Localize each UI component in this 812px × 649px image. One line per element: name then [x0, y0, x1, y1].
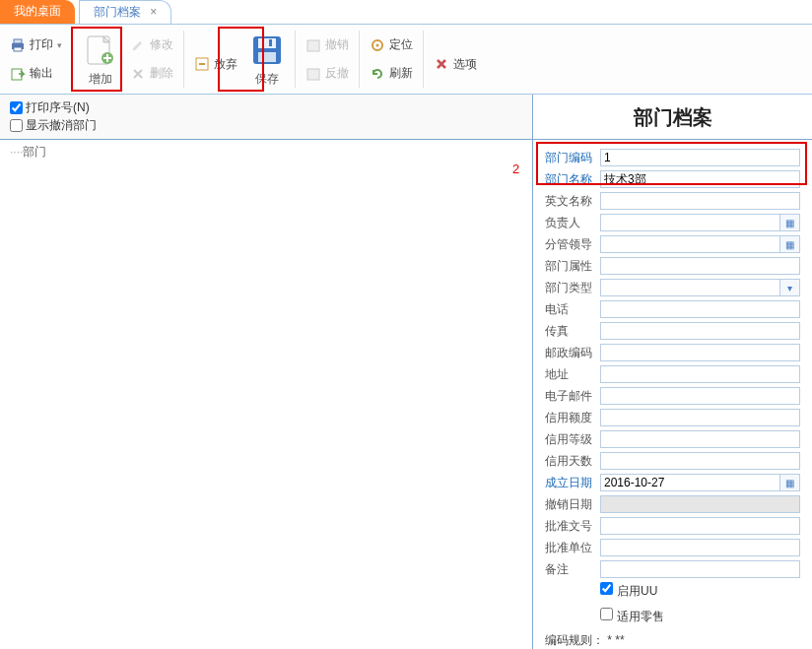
dropdown-type[interactable]: ▾: [780, 279, 800, 296]
input-head[interactable]: [600, 214, 780, 231]
export-icon: [10, 66, 26, 82]
output-button[interactable]: 输出: [10, 65, 62, 82]
dept-form: 部门编码 部门名称 英文名称 负责人▦ 分管领导▦ 部门属性 部门类型▾ 电话 …: [533, 140, 812, 649]
label-head: 负责人: [545, 215, 600, 231]
rule-value: * **: [607, 633, 624, 647]
label-enname: 英文名称: [545, 193, 600, 210]
svg-rect-12: [307, 69, 319, 80]
label-code: 部门编码: [545, 150, 600, 166]
svg-rect-10: [269, 39, 272, 46]
print-label: 打印: [30, 36, 53, 53]
tab-desktop-label: 我的桌面: [14, 4, 61, 18]
tree-dots: ····: [10, 145, 23, 159]
input-credit-amt[interactable]: [600, 409, 800, 426]
enable-uu-checkbox[interactable]: 启用UU: [600, 582, 657, 600]
input-email[interactable]: [600, 387, 800, 405]
input-credit-lvl[interactable]: [600, 430, 800, 448]
locate-label: 定位: [389, 36, 413, 53]
add-label: 增加: [79, 71, 122, 88]
undo-label: 撤销: [325, 36, 349, 53]
edit-label: 修改: [150, 36, 173, 53]
retail-checkbox[interactable]: 适用零售: [600, 608, 664, 625]
retail-input[interactable]: [600, 608, 613, 620]
enable-uu-label: 启用UU: [617, 584, 657, 598]
label-found: 成立日期: [545, 475, 600, 491]
show-cancelled-checkbox[interactable]: 显示撤消部门: [10, 117, 522, 134]
add-icon: [84, 33, 117, 67]
content-area: 打印序号(N) 显示撤消部门 ····部门 部门档案 部门编码 部门名称 英文名…: [0, 95, 812, 649]
counter-undo-button: 反撤: [305, 65, 349, 82]
chevron-down-icon: ▾: [787, 283, 792, 293]
close-icon[interactable]: ×: [150, 5, 157, 19]
svg-rect-9: [258, 52, 276, 62]
svg-rect-8: [258, 38, 276, 48]
input-tel[interactable]: [600, 300, 800, 318]
tree-root-item[interactable]: 部门: [23, 145, 46, 159]
toolbar: 打印 ▾ 输出 增加 修改 删除 放弃 保存: [0, 24, 812, 95]
label-remark: 备注: [545, 561, 600, 578]
input-found[interactable]: [600, 474, 780, 491]
tab-dept-label: 部门档案: [94, 5, 141, 19]
left-pane: 打印序号(N) 显示撤消部门 ····部门: [0, 95, 533, 649]
refresh-button[interactable]: 刷新: [370, 65, 413, 82]
save-button[interactable]: 保存: [243, 28, 291, 92]
label-appr-no: 批准文号: [545, 518, 600, 535]
input-name[interactable]: [600, 170, 800, 188]
label-credit-amt: 信用额度: [545, 410, 600, 426]
counter-label: 反撤: [325, 65, 349, 82]
save-label: 保存: [245, 71, 289, 88]
show-cancelled-input[interactable]: [10, 119, 23, 132]
add-button[interactable]: 增加: [77, 28, 124, 92]
svg-rect-1: [14, 39, 22, 43]
delete-label: 删除: [150, 65, 173, 82]
label-addr: 地址: [545, 366, 600, 383]
input-attr[interactable]: [600, 257, 800, 275]
label-tel: 电话: [545, 301, 600, 318]
enable-uu-input[interactable]: [600, 582, 613, 595]
delete-button: 删除: [130, 65, 173, 82]
calendar-found-icon[interactable]: ▦: [780, 474, 800, 491]
label-appr-unit: 批准单位: [545, 540, 600, 556]
input-remark[interactable]: [600, 560, 800, 578]
tab-dept[interactable]: 部门档案 ×: [79, 0, 171, 24]
input-fax[interactable]: [600, 322, 800, 340]
input-zip[interactable]: [600, 344, 800, 361]
input-cancel: [600, 495, 800, 513]
save-icon: [250, 33, 284, 67]
output-label: 输出: [30, 65, 53, 82]
label-email: 电子邮件: [545, 388, 600, 405]
show-cancelled-label: 显示撤消部门: [26, 118, 97, 132]
input-leader[interactable]: [600, 235, 780, 253]
label-credit-lvl: 信用等级: [545, 431, 600, 448]
abandon-label: 放弃: [214, 56, 237, 73]
print-seq-input[interactable]: [10, 101, 23, 114]
refresh-icon: [370, 66, 385, 82]
label-type: 部门类型: [545, 280, 600, 296]
options-button[interactable]: 选项: [434, 56, 477, 73]
picker-leader[interactable]: ▦: [780, 235, 800, 253]
page-title: 部门档案: [533, 95, 812, 140]
tab-desktop[interactable]: 我的桌面: [0, 0, 75, 24]
rule-label: 编码规则：: [545, 633, 604, 647]
redo-icon: [305, 66, 321, 82]
input-credit-days[interactable]: [600, 452, 800, 470]
locate-button[interactable]: 定位: [370, 36, 413, 53]
picker-head[interactable]: ▦: [780, 214, 800, 231]
pencil-icon: [130, 37, 146, 53]
print-seq-checkbox[interactable]: 打印序号(N): [10, 99, 522, 116]
abandon-icon: [194, 56, 210, 72]
input-type[interactable]: [600, 279, 780, 296]
input-appr-no[interactable]: [600, 517, 800, 535]
input-enname[interactable]: [600, 192, 800, 210]
undo-button: 撤销: [305, 36, 349, 53]
label-attr: 部门属性: [545, 258, 600, 275]
input-code[interactable]: [600, 149, 800, 166]
input-appr-unit[interactable]: [600, 539, 800, 556]
print-button[interactable]: 打印 ▾: [10, 36, 62, 53]
label-leader: 分管领导: [545, 236, 600, 253]
dept-tree: ····部门: [0, 140, 532, 649]
edit-button: 修改: [130, 36, 173, 53]
svg-rect-2: [14, 47, 22, 51]
input-addr[interactable]: [600, 365, 800, 383]
abandon-button[interactable]: 放弃: [194, 56, 237, 73]
